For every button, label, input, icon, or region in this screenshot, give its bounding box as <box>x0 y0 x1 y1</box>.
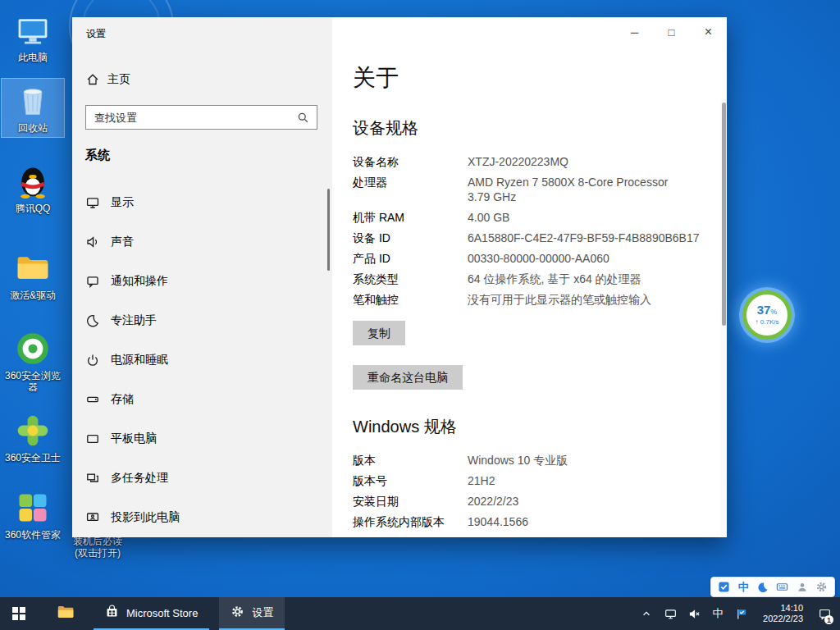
taskbar-item-label: Microsoft Store <box>126 607 198 619</box>
spec-label: 版本号 <box>353 473 468 488</box>
taskbar-item-settings[interactable]: 设置 <box>219 597 285 630</box>
content-scrollbar-thumb[interactable] <box>722 103 726 326</box>
spec-row: 版本号 21H2 <box>353 473 702 488</box>
person-icon[interactable] <box>795 580 809 594</box>
spec-label: 版本 <box>353 453 468 468</box>
sidebar-item-power-sleep[interactable]: 电源和睡眠 <box>72 340 332 380</box>
device-spec-title: 设备规格 <box>353 117 702 139</box>
spec-value: AMD Ryzen 7 5800X 8-Core Processor 3.79 … <box>468 175 668 204</box>
keyboard-icon[interactable] <box>775 580 789 594</box>
maximize-button[interactable]: □ <box>653 17 690 47</box>
desktop-icon-label: 此电脑 <box>18 52 48 63</box>
spec-value: XTZJ-20220223MQ <box>468 154 568 169</box>
settings-search-box[interactable] <box>85 105 317 130</box>
desktop-icon-recycle-bin[interactable]: 回收站 <box>2 79 64 137</box>
settings-search-input[interactable] <box>93 111 296 125</box>
sidebar-scrollbar[interactable] <box>327 189 330 271</box>
spec-row: 设备名称 XTZJ-20220223MQ <box>353 154 702 169</box>
desktop-icon-tencent-qq[interactable]: 腾讯QQ <box>2 159 64 217</box>
sidebar-item-sound[interactable]: 声音 <box>72 222 332 262</box>
settings-sidebar: 设置 主页 系统 显示 <box>72 17 332 537</box>
recycle-bin-icon <box>14 82 52 120</box>
sidebar-item-multitasking[interactable]: 多任务处理 <box>72 459 332 498</box>
ime-chinese-indicator[interactable]: 中 <box>737 580 751 594</box>
sidebar-nav: 显示 声音 通知和操作 专注助手 电源和睡眠 <box>72 183 332 537</box>
power-icon <box>85 354 99 368</box>
display-icon <box>85 196 99 210</box>
taskbar-item-microsoft-store[interactable]: Microsoft Store <box>94 597 209 630</box>
window-controls: ─ □ × <box>616 17 727 47</box>
qq-penguin-icon <box>14 162 52 200</box>
spec-row: 设备 ID 6A15880F-C4E2-47F9-BF59-F4B8890B6B… <box>353 231 702 245</box>
sidebar-item-label: 通知和操作 <box>111 274 168 289</box>
this-pc-icon <box>14 11 52 49</box>
speaker-icon <box>85 235 99 249</box>
spec-label: 操作系统内部版本 <box>353 514 468 529</box>
check-square-icon[interactable] <box>717 580 731 594</box>
rename-pc-button[interactable]: 重命名这台电脑 <box>353 365 463 390</box>
about-page: 关于 设备规格 设备名称 XTZJ-20220223MQ 处理器 AMD Ryz… <box>353 17 702 535</box>
search-icon[interactable] <box>296 111 310 125</box>
sidebar-item-label: 投影到此电脑 <box>111 510 180 525</box>
home-icon <box>85 73 99 87</box>
action-center-icon[interactable]: 1 <box>815 597 833 630</box>
gear-icon[interactable] <box>815 580 829 594</box>
sidebar-item-storage[interactable]: 存储 <box>72 380 332 419</box>
360-safe-icon <box>14 412 52 450</box>
desktop-icon-label: 腾讯QQ <box>16 203 51 214</box>
360-speed-widget[interactable]: 37% ↑ 0.7K/s <box>741 289 790 338</box>
notification-badge: 1 <box>824 615 833 624</box>
crescent-moon-icon <box>85 314 99 328</box>
sidebar-item-projecting[interactable]: 投影到此电脑 <box>72 498 332 537</box>
file-explorer-icon <box>57 603 75 624</box>
spec-label: 安装日期 <box>353 494 468 509</box>
moon-icon[interactable] <box>756 580 770 594</box>
desktop-icon-this-pc[interactable]: 此电脑 <box>2 8 64 66</box>
ime-language-indicator[interactable]: 中 <box>709 597 727 630</box>
file-explorer-button[interactable] <box>48 597 84 630</box>
spec-row: 安装日期 2022/2/23 <box>353 494 702 509</box>
taskbar-clock[interactable]: 14:10 2022/2/23 <box>756 603 810 624</box>
network-speed: ↑ 0.7K/s <box>756 318 779 326</box>
minimize-button[interactable]: ─ <box>616 17 653 47</box>
settings-content: ─ □ × 关于 设备规格 设备名称 XTZJ-20220223MQ 处理器 A… <box>332 17 727 537</box>
storage-drive-icon <box>85 393 99 407</box>
clock-time: 14:10 <box>780 603 803 614</box>
tray-expand-chevron-icon[interactable] <box>637 597 655 630</box>
desktop: 此电脑 回收站 腾讯QQ 激活&驱动 360安全浏览器 360安全卫士 <box>0 0 840 630</box>
spec-value: 没有可用于此显示器的笔或触控输入 <box>468 292 651 307</box>
360-manager-icon <box>14 489 52 527</box>
projecting-icon <box>85 511 99 525</box>
clock-date: 2022/2/23 <box>763 614 803 624</box>
copy-button[interactable]: 复制 <box>353 321 405 345</box>
volume-muted-icon[interactable] <box>685 597 703 630</box>
sidebar-item-tablet[interactable]: 平板电脑 <box>72 419 332 459</box>
sidebar-item-display[interactable]: 显示 <box>72 183 332 222</box>
page-title: 关于 <box>353 63 702 93</box>
spec-row: 版本 Windows 10 专业版 <box>353 453 702 468</box>
start-button[interactable] <box>0 597 38 630</box>
ime-toolbar: 中 <box>710 577 835 597</box>
tray-display-icon[interactable] <box>661 597 679 630</box>
spec-value: 2022/2/23 <box>468 494 518 509</box>
close-button[interactable]: × <box>690 17 727 47</box>
window-title: 设置 <box>86 27 106 41</box>
sidebar-item-focus-assist[interactable]: 专注助手 <box>72 301 332 340</box>
sidebar-item-label: 多任务处理 <box>111 471 168 486</box>
spec-row: 处理器 AMD Ryzen 7 5800X 8-Core Processor 3… <box>353 175 702 204</box>
desktop-icon-readme-label[interactable]: 装机后必读(双击打开) <box>69 536 126 559</box>
desktop-icon-360-manager[interactable]: 360软件管家 <box>2 486 64 544</box>
windows-spec-title: Windows 规格 <box>353 416 702 438</box>
system-tray: 中 14:10 2022/2/23 1 <box>637 597 840 630</box>
speed-ring: 37% ↑ 0.7K/s <box>742 290 792 340</box>
desktop-icon-activation-driver[interactable]: 激活&驱动 <box>2 246 64 304</box>
desktop-icon-360-safe[interactable]: 360安全卫士 <box>2 409 64 467</box>
sidebar-item-home[interactable]: 主页 <box>85 70 130 89</box>
spec-value: 19044.1566 <box>468 514 528 529</box>
security-flag-icon[interactable] <box>733 597 751 630</box>
spec-value: 6A15880F-C4E2-47F9-BF59-F4B8890B6B17 <box>468 231 700 245</box>
desktop-icon-360-browser[interactable]: 360安全浏览器 <box>2 326 64 396</box>
sidebar-item-notifications[interactable]: 通知和操作 <box>72 262 332 301</box>
taskbar: Microsoft Store 设置 中 14:10 <box>0 597 840 630</box>
spec-label: 产品 ID <box>353 251 468 266</box>
